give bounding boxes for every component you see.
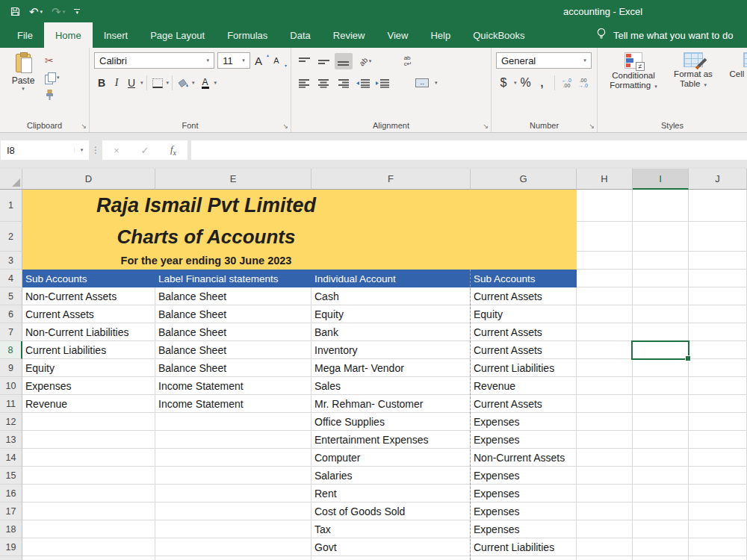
tab-review[interactable]: Review <box>322 22 376 48</box>
column-header-F[interactable]: F <box>311 169 471 190</box>
row-header-17[interactable]: 17 <box>0 503 22 520</box>
cell-I4[interactable] <box>633 270 689 287</box>
cell-G11[interactable]: Current Assets <box>471 395 577 413</box>
cell-I11[interactable] <box>633 395 689 413</box>
clipboard-dialog-launcher-icon[interactable]: ↘ <box>81 123 87 130</box>
cell-J16[interactable] <box>689 485 747 503</box>
increase-decimal-button[interactable]: ←.0.00 <box>560 75 574 91</box>
cell-E15[interactable] <box>155 467 311 485</box>
header-cell-E4[interactable]: Label Financial statements <box>155 270 311 287</box>
format-painter-button[interactable] <box>45 88 60 102</box>
decrease-decimal-button[interactable]: .00→.0 <box>576 75 591 91</box>
insert-function-icon[interactable]: fx <box>159 143 187 157</box>
underline-caret-icon[interactable]: ▾ <box>140 80 143 86</box>
cell-E17[interactable] <box>155 503 311 520</box>
cell-E10[interactable]: Income Statement <box>155 377 311 395</box>
cell-G19[interactable]: Current Liabilities <box>471 538 577 556</box>
cell-D6[interactable]: Current Assets <box>22 305 155 323</box>
cell-H14[interactable] <box>577 449 633 467</box>
cell-E13[interactable] <box>155 431 311 449</box>
cell-D19[interactable] <box>22 538 155 556</box>
cell-I19[interactable] <box>633 538 689 556</box>
fill-color-button[interactable] <box>176 75 190 91</box>
cell-F12[interactable]: Office Supplies <box>311 413 471 431</box>
cell-D11[interactable]: Revenue <box>22 395 155 413</box>
cell-G17[interactable]: Expenses <box>471 503 577 520</box>
cell-D16[interactable] <box>22 485 155 503</box>
title-banner-merged-cell[interactable]: Raja Ismail Pvt Limited Charts of Accoun… <box>22 190 577 270</box>
cell-J14[interactable] <box>689 449 747 467</box>
comma-style-button[interactable]: , <box>535 75 550 91</box>
bottom-align-button[interactable] <box>335 53 353 69</box>
tab-page-layout[interactable]: Page Layout <box>139 22 216 48</box>
row-header-6[interactable]: 6 <box>0 305 22 323</box>
cell-E14[interactable] <box>155 449 311 467</box>
cell-J5[interactable] <box>689 287 747 305</box>
top-align-button[interactable] <box>296 53 314 69</box>
cell-I20[interactable] <box>633 556 689 560</box>
borders-caret-icon[interactable]: ▾ <box>167 80 170 86</box>
cell-E5[interactable]: Balance Sheet <box>155 287 311 305</box>
cell-G18[interactable]: Expenses <box>471 520 577 538</box>
cell-I6[interactable] <box>633 305 689 323</box>
bold-button[interactable]: B <box>94 75 109 91</box>
tab-formulas[interactable]: Formulas <box>216 22 279 48</box>
row-header-18[interactable]: 18 <box>0 520 22 538</box>
row-header-8[interactable]: 8 <box>0 341 22 359</box>
cell-H15[interactable] <box>577 467 633 485</box>
cell-H8[interactable] <box>577 341 633 359</box>
formula-input[interactable] <box>191 140 747 160</box>
tab-file[interactable]: File <box>6 22 44 48</box>
cell-D20[interactable] <box>22 556 155 560</box>
cell-H2[interactable] <box>577 222 633 252</box>
center-button[interactable] <box>315 75 333 91</box>
cell-F18[interactable]: Tax <box>311 520 471 538</box>
cell-E6[interactable]: Balance Sheet <box>155 305 311 323</box>
increase-indent-button[interactable] <box>374 75 391 91</box>
wrap-text-button[interactable]: abc↵ <box>397 53 418 69</box>
cell-D14[interactable] <box>22 449 155 467</box>
tell-me-box[interactable]: Tell me what you want to do <box>596 22 747 48</box>
cell-J7[interactable] <box>689 323 747 341</box>
cell-J19[interactable] <box>689 538 747 556</box>
cell-G6[interactable]: Equity <box>471 305 577 323</box>
font-dialog-launcher-icon[interactable]: ↘ <box>282 123 288 130</box>
cell-H6[interactable] <box>577 305 633 323</box>
cell-D5[interactable]: Non-Current Assets <box>22 287 155 305</box>
cell-I13[interactable] <box>633 431 689 449</box>
cell-H20[interactable] <box>577 556 633 560</box>
cell-D8[interactable]: Current Liabilities <box>22 341 155 359</box>
borders-button[interactable] <box>150 75 165 91</box>
cell-J8[interactable] <box>689 341 747 359</box>
cell-F19[interactable]: Govt <box>311 538 471 556</box>
row-header-15[interactable]: 15 <box>0 467 22 485</box>
row-header-5[interactable]: 5 <box>0 287 22 305</box>
cell-J1[interactable] <box>689 190 747 222</box>
cell-I16[interactable] <box>633 485 689 503</box>
cell-E9[interactable]: Balance Sheet <box>155 359 311 377</box>
cell-D15[interactable] <box>22 467 155 485</box>
number-dialog-launcher-icon[interactable]: ↘ <box>589 123 595 130</box>
row-header-4[interactable]: 4 <box>0 270 22 287</box>
cell-E20[interactable] <box>155 556 311 560</box>
cancel-icon[interactable]: × <box>102 145 131 156</box>
cell-J6[interactable] <box>689 305 747 323</box>
name-box[interactable]: I8 ▾ <box>1 140 89 160</box>
cell-H5[interactable] <box>577 287 633 305</box>
copy-button[interactable]: ▾ <box>45 71 60 84</box>
cell-J9[interactable] <box>689 359 747 377</box>
row-header-11[interactable]: 11 <box>0 395 22 413</box>
tab-home[interactable]: Home <box>44 22 93 48</box>
cell-G16[interactable]: Expenses <box>471 485 577 503</box>
cell-I3[interactable] <box>633 252 689 270</box>
alignment-dialog-launcher-icon[interactable]: ↘ <box>483 123 489 130</box>
cell-H13[interactable] <box>577 431 633 449</box>
decrease-indent-button[interactable] <box>354 75 372 91</box>
row-header-9[interactable]: 9 <box>0 359 22 377</box>
cell-G8[interactable]: Current Assets <box>471 341 577 359</box>
cell-G7[interactable]: Current Assets <box>471 323 577 341</box>
row-header-3[interactable]: 3 <box>0 252 22 270</box>
cell-F5[interactable]: Cash <box>311 287 471 305</box>
undo-icon[interactable]: ↶▾ <box>26 4 46 19</box>
cell-I10[interactable] <box>633 377 689 395</box>
